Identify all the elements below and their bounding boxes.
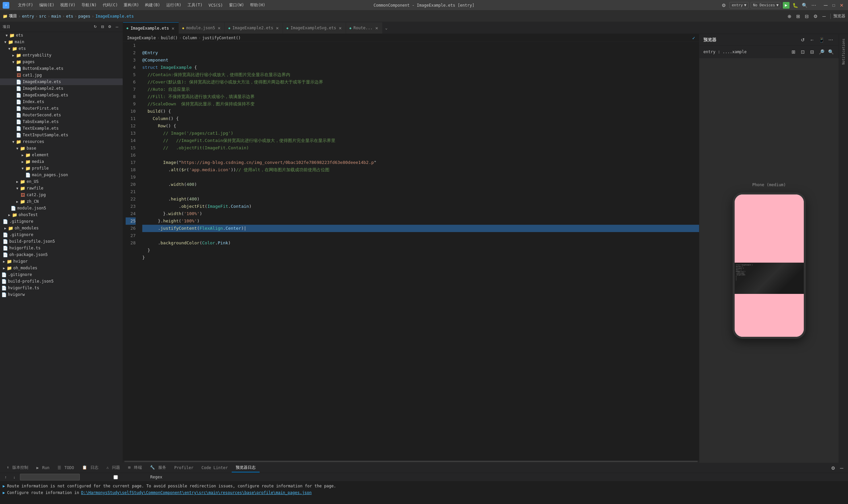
tree-item-oh-modules2[interactable]: ▶ 📁 oh_modules [0,265,123,271]
bottom-tab-profiler[interactable]: Profiler [170,464,197,472]
bc-main[interactable]: main [52,14,61,19]
editor-bc-build[interactable]: build() [161,36,178,40]
bottom-tab-previewlog[interactable]: 预览器日志 [232,464,259,472]
tree-item-index[interactable]: 📄 Index.ets [0,98,123,105]
maximize-button[interactable]: □ [830,2,837,9]
editor-bc-column[interactable]: Column [183,36,197,40]
tab-imageexample[interactable]: ◆ ImageExample.ets ✕ [123,22,179,34]
tree-item-ets[interactable]: ▼ 📁 ets [0,45,123,52]
menu-vcs[interactable]: VCS(S) [206,2,225,8]
sync-icon[interactable]: ↻ [92,24,98,30]
bottom-tab-terminal[interactable]: ⊞ 终端 [124,464,146,472]
preview-more-icon[interactable]: ⋯ [827,36,835,44]
tree-item-textexample[interactable]: 📄 TextExample.ets [0,125,123,132]
collapse-all-icon[interactable]: ⊟ [803,13,810,20]
tab-imageexamplesvg[interactable]: ◆ ImageExampleSvg.ets ✕ [283,22,346,34]
regex-checkbox[interactable] [83,475,149,480]
tree-item-zh-cn[interactable]: ▶ 📁 zh_CN [0,198,123,205]
menu-tools[interactable]: 工具(T) [185,2,205,8]
split-view-icon[interactable]: ⊞ [794,13,802,20]
search-down-icon[interactable]: ↓ [11,474,17,480]
tab-imageexample2[interactable]: ◆ ImageExample2.ets ✕ [225,22,283,34]
tree-item-tabsexample[interactable]: 📄 TabsExample.ets [0,118,123,125]
tree-item-routersecond[interactable]: 📄 RouterSecond.ets [0,112,123,118]
tab-close-icon[interactable]: ✕ [338,25,342,31]
minimize-button[interactable]: ─ [822,2,829,9]
tree-item-cat2[interactable]: 🖼 cat2.jpg [0,192,123,198]
tree-item-hvigorfile2[interactable]: 📄 hvigorfile.ts [0,285,123,291]
tree-item-pages[interactable]: ▼ 📁 pages [0,58,123,65]
preview-toggle-icon[interactable]: ⊞ [790,48,797,56]
bc-entry[interactable]: entry [22,14,34,19]
tree-item-textinput[interactable]: 📄 TextInputSample.ets [0,132,123,138]
entry-selector[interactable]: entry ▼ [729,2,748,8]
tree-item-ohpackage[interactable]: 📄 oh-package.json5 [0,251,123,258]
run-button[interactable]: ▶ [783,2,790,8]
bottom-settings-icon[interactable]: ⚙ [829,465,837,472]
tab-close-icon[interactable]: ✕ [217,25,221,31]
menu-view[interactable]: 视图(V) [57,2,78,8]
preview-layout-icon[interactable]: ⊡ [799,48,807,56]
bc-ets[interactable]: ets [66,14,73,19]
bottom-close-icon[interactable]: ─ [838,465,845,472]
tree-item-base[interactable]: ▼ 📁 base [0,145,123,151]
regex-label[interactable]: Regex [83,475,162,480]
tree-item-imageexample[interactable]: 📄 ImageExample.ets [0,78,123,85]
preview-back-icon[interactable]: ← [808,36,816,44]
tree-item-element[interactable]: ▶ 📁 element [0,151,123,158]
collapse-tree-icon[interactable]: ⊟ [100,24,105,30]
tree-item-resources[interactable]: ▼ 📁 resources [0,138,123,145]
menu-window[interactable]: 窗口(W) [227,2,247,8]
bottom-tab-wenti[interactable]: ⚠ 问题 [102,464,124,472]
bottom-tab-rizi[interactable]: 📋 日志 [78,464,102,472]
tree-item-hvigorw[interactable]: 📄 hvigorw [0,291,123,298]
menu-refactor[interactable]: 重构(R) [121,2,142,8]
tree-item-modulejson[interactable]: 📄 module.json5 [0,205,123,212]
tree-item-profile[interactable]: ▼ 📁 profile [0,165,123,172]
menu-help[interactable]: 帮助(H) [247,2,268,8]
preview-icon[interactable]: ⊕ [786,13,793,20]
bottom-tab-log[interactable]: ⬆ 版本控制 [3,464,32,472]
tab-close-icon[interactable]: ✕ [171,25,175,31]
log-link[interactable]: D:\HarmonysStudy\selfStudy\CommonCompone… [81,489,312,496]
tree-item-buttonexample[interactable]: 📄 ButtonExample.ets [0,65,123,72]
tab-close-icon[interactable]: ✕ [275,25,279,31]
menu-code[interactable]: 代码(C) [100,2,121,8]
editor-scrollbar[interactable] [123,460,699,463]
editor-bc-imageexample[interactable]: ImageExample [127,36,156,40]
tab-modulejson[interactable]: ◆ module.json5 ✕ [179,22,225,34]
settings-icon[interactable]: ⚙ [720,2,727,9]
more-tools-icon[interactable]: ⋯ [810,2,817,9]
search-up-icon[interactable]: ↑ [3,474,8,480]
menu-edit[interactable]: 编辑(E) [37,2,57,8]
menu-build[interactable]: 构建(B) [142,2,163,8]
preview-label-btn[interactable]: 预览器 [833,13,845,19]
preview-refresh-icon[interactable]: ↺ [799,36,807,44]
tree-item-gitignore2[interactable]: 📄 .gitignore [0,231,123,238]
tree-item-ets-root[interactable]: ▼ 📁 ets [0,32,123,39]
tree-item-main[interactable]: ▼ 📁 main [0,39,123,45]
device-selector[interactable]: No Devices ▼ [751,2,781,8]
close-button[interactable]: ✕ [838,2,845,9]
tree-item-gitignore[interactable]: 📄 .gitignore [0,218,123,225]
preview-grid-icon[interactable]: ⊟ [808,48,816,56]
bottom-tab-service[interactable]: 🔧 服务 [146,464,170,472]
tab-close-icon[interactable]: ✕ [375,25,379,31]
search-icon[interactable]: 🔍 [801,2,808,9]
preview-zoom-out-icon[interactable]: 🔎 [817,48,825,56]
tree-item-media[interactable]: ▶ 📁 media [0,158,123,165]
tab-route[interactable]: ◆ Route... ✕ [346,22,383,34]
preview-phone-icon[interactable]: 📱 [817,36,825,44]
menu-nav[interactable]: 导航(N) [79,2,100,8]
code-text[interactable]: @Entry @Component struct ImageExample { … [140,42,699,460]
close-sidebar-icon[interactable]: ─ [114,24,120,30]
tree-item-mainpages[interactable]: 📄 main_pages.json [0,172,123,178]
tree-item-ohostest[interactable]: ▶ 📁 ohosTest [0,212,123,218]
bottom-tab-todo[interactable]: ☰ TODO [54,464,78,472]
menu-run[interactable]: 运行(R) [164,2,184,8]
editor-bc-justifycontent[interactable]: justifyContent() [202,36,241,40]
notifications-label[interactable]: Notifications [841,37,846,67]
tree-item-entryability[interactable]: ▶ 📁 entryability [0,52,123,58]
settings-tree-icon[interactable]: ⚙ [107,24,113,30]
debug-icon[interactable]: 🐛 [792,2,799,9]
